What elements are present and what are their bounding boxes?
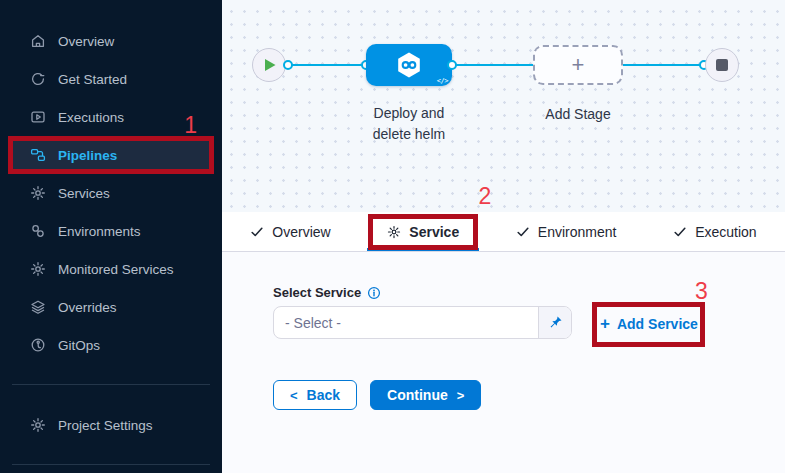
- sidebar: Overview Get Started Executions Pipeline…: [0, 0, 222, 473]
- stage-tabbar: Overview Service 2 Environment: [222, 212, 785, 252]
- sidebar-nav: Overview Get Started Executions Pipeline…: [0, 0, 222, 364]
- app-root: Overview Get Started Executions Pipeline…: [0, 0, 785, 473]
- stage-name-label: Deploy and delete helm: [361, 103, 457, 145]
- sidebar-item-services[interactable]: Services: [13, 174, 211, 212]
- wizard-buttons: < Back Continue >: [273, 380, 481, 410]
- home-icon: [30, 33, 46, 49]
- sidebar-item-label: Services: [58, 186, 110, 201]
- tab-execution[interactable]: Execution: [669, 212, 760, 251]
- pin-button[interactable]: [538, 307, 571, 338]
- pipeline-canvas: </> Deploy and delete helm + Add Stage: [222, 0, 785, 212]
- sidebar-item-label: Overrides: [58, 300, 117, 315]
- add-service-label: Add Service: [617, 316, 698, 332]
- sidebar-divider: [12, 464, 210, 465]
- sidebar-item-label: Monitored Services: [58, 262, 174, 277]
- chevron-right-icon: >: [457, 388, 465, 403]
- tab-label: Overview: [272, 224, 330, 240]
- connector-dot: [283, 60, 293, 70]
- sidebar-item-label: Project Settings: [58, 418, 153, 433]
- sidebar-item-project-settings[interactable]: Project Settings: [13, 406, 211, 444]
- pipeline-connector-line: [269, 64, 723, 66]
- service-tab-content: Select Service - Select - + Add Service …: [222, 252, 785, 473]
- sidebar-item-label: Overview: [58, 34, 114, 49]
- tab-label: Environment: [538, 224, 617, 240]
- tab-service[interactable]: Service 2: [383, 212, 463, 251]
- environments-icon: [30, 223, 46, 239]
- info-icon[interactable]: [367, 286, 381, 300]
- get-started-icon: [30, 71, 46, 87]
- back-button-label: Back: [307, 387, 340, 403]
- sidebar-item-label: GitOps: [58, 338, 100, 353]
- sidebar-item-monitored-services[interactable]: Monitored Services: [13, 250, 211, 288]
- sidebar-item-label: Executions: [58, 110, 124, 125]
- plus-icon: +: [600, 315, 610, 332]
- pin-icon: [548, 315, 563, 330]
- tab-label: Execution: [695, 224, 756, 240]
- select-service-label-row: Select Service: [273, 285, 381, 300]
- gitops-icon: [30, 337, 46, 353]
- select-service-label: Select Service: [273, 285, 361, 300]
- check-icon: [673, 225, 687, 239]
- check-icon: [250, 225, 264, 239]
- plus-icon: +: [572, 54, 585, 76]
- pipeline-end-node: [705, 48, 739, 82]
- sidebar-item-environments[interactable]: Environments: [13, 212, 211, 250]
- tab-label: Service: [409, 224, 459, 240]
- tab-overview[interactable]: Overview: [246, 212, 334, 251]
- gear-icon: [30, 417, 46, 433]
- service-select-value: - Select -: [274, 307, 538, 338]
- chevron-left-icon: <: [290, 388, 298, 403]
- sidebar-item-gitops[interactable]: GitOps: [13, 326, 211, 364]
- check-icon: [516, 225, 530, 239]
- executions-icon: [30, 109, 46, 125]
- continue-button-label: Continue: [387, 387, 448, 403]
- gear-icon: [387, 225, 401, 239]
- back-button[interactable]: < Back: [273, 380, 357, 410]
- sidebar-item-overrides[interactable]: Overrides: [13, 288, 211, 326]
- sidebar-item-label: Pipelines: [58, 148, 117, 163]
- pipeline-start-node: [252, 48, 286, 82]
- continue-button[interactable]: Continue >: [370, 380, 481, 410]
- sidebar-item-overview[interactable]: Overview: [13, 22, 211, 60]
- layers-icon: [30, 299, 46, 315]
- sidebar-item-pipelines[interactable]: Pipelines 1: [13, 136, 211, 174]
- play-icon: [265, 59, 276, 71]
- pipelines-icon: [30, 147, 46, 163]
- monitored-services-icon: [30, 261, 46, 277]
- tab-environment[interactable]: Environment: [512, 212, 621, 251]
- code-icon: </>: [437, 77, 448, 85]
- sidebar-item-get-started[interactable]: Get Started: [13, 60, 211, 98]
- sidebar-item-executions[interactable]: Executions: [13, 98, 211, 136]
- cd-stage-icon: [394, 50, 424, 80]
- add-stage-button[interactable]: +: [533, 45, 623, 85]
- services-gear-icon: [30, 185, 46, 201]
- stop-icon: [716, 59, 728, 71]
- sidebar-item-label: Environments: [58, 224, 141, 239]
- stage-node-deploy[interactable]: </>: [366, 44, 452, 86]
- annotation-number-3: 3: [695, 280, 708, 303]
- sidebar-item-label: Get Started: [58, 72, 127, 87]
- sidebar-divider: [12, 384, 210, 385]
- main-panel: </> Deploy and delete helm + Add Stage O…: [222, 0, 785, 473]
- add-stage-label: Add Stage: [532, 106, 624, 122]
- connector-dot: [447, 60, 457, 70]
- add-service-button[interactable]: + Add Service 3: [600, 314, 698, 333]
- service-select[interactable]: - Select -: [273, 306, 572, 339]
